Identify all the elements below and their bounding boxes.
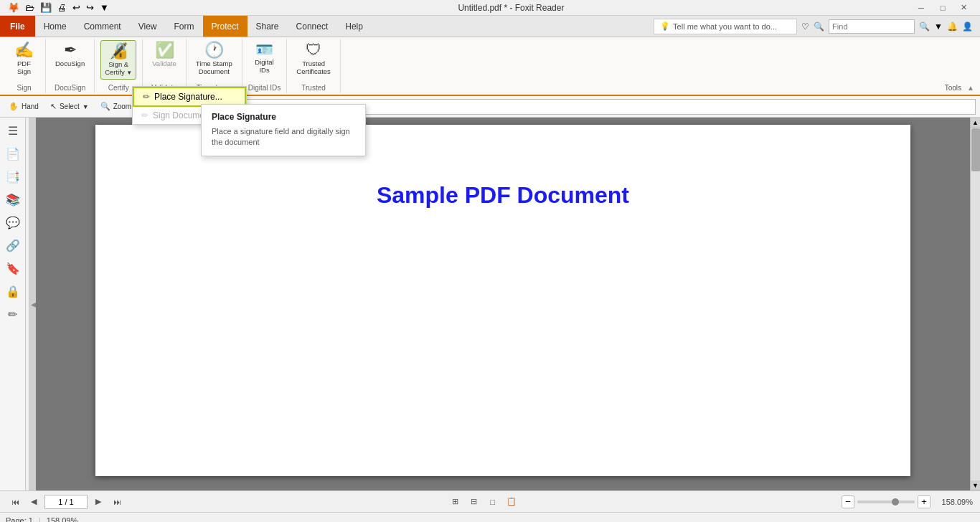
ribbon-group-trusted-certs: 🛡 TrustedCertificates Trusted: [287, 39, 341, 93]
trusted-certs-button[interactable]: 🛡 TrustedCertificates: [293, 40, 334, 78]
zoom-minus-button[interactable]: −: [842, 495, 854, 508]
search-icon[interactable]: 🔍: [919, 22, 930, 32]
fit-page-button[interactable]: ⊞: [448, 494, 463, 510]
trusted-certs-group-label: Trusted: [301, 82, 326, 92]
timestamp-label: Time StampDocument: [196, 60, 232, 76]
page-number-input[interactable]: [44, 495, 88, 509]
sidebar-nav-icon[interactable]: ☰: [3, 120, 23, 141]
bottom-nav: ⏮ ◀ ▶ ⏭ ⊞ ⊟ □ 📋 − + 158.09%: [0, 490, 980, 512]
close-button[interactable]: ✕: [954, 1, 974, 14]
ribbon-group-timestamp: 🕐 Time StampDocument Timestamp: [187, 39, 242, 93]
form-menu[interactable]: Form: [166, 16, 203, 37]
scroll-up-arrow[interactable]: ▲: [971, 118, 981, 128]
sidebar-page-thumb-icon[interactable]: 📄: [3, 143, 23, 163]
connect-menu[interactable]: Connect: [288, 16, 337, 37]
share-menu[interactable]: Share: [248, 16, 288, 37]
help-menu[interactable]: Help: [336, 16, 372, 37]
main-layout: ☰ 📄 📑 📚 💬 🔗 🔖 🔒 ✏ ◀ Sample PDF Document …: [0, 118, 980, 490]
next-page-button[interactable]: ▶: [90, 494, 106, 510]
redo-icon[interactable]: ↪: [84, 1, 96, 14]
sidebar-layers-icon[interactable]: 📚: [3, 189, 23, 209]
search-input[interactable]: [829, 19, 915, 34]
search-area: 💡 Tell me what you want to do... ♡ 🔍 🔍 ▼…: [654, 16, 980, 37]
view-menu[interactable]: View: [130, 16, 166, 37]
sidebar-attachments-icon[interactable]: 🔗: [3, 235, 23, 255]
zoom-icon: 🔍: [100, 102, 110, 111]
hand-icon: ✋: [9, 102, 19, 111]
digital-ids-button[interactable]: 🪪 DigitalIDs: [250, 40, 279, 77]
sign-certify-button[interactable]: 🔏 Sign &Certify ▼: [100, 40, 136, 80]
place-signature-icon: ✏: [143, 92, 150, 102]
title-bar: 🦊 🗁 💾 🖨 ↩ ↪ ▼ Untitled.pdf * - Foxit Rea…: [0, 0, 980, 16]
sign-document-icon: ✏: [141, 110, 149, 120]
sidebar-security-icon[interactable]: 🔒: [3, 281, 23, 301]
zoom-plus-button[interactable]: +: [918, 495, 930, 508]
docusign-group-label: DocuSign: [55, 82, 85, 92]
timestamp-button[interactable]: 🕐 Time StampDocument: [192, 40, 236, 78]
select-tool-button[interactable]: ↖ Select ▼: [46, 100, 93, 113]
new-icon[interactable]: 🗁: [23, 1, 37, 14]
favorites-icon[interactable]: ♡: [801, 22, 809, 32]
scroll-thumb[interactable]: [971, 128, 980, 171]
sidebar-comments-icon[interactable]: 💬: [3, 212, 23, 232]
ribbon-collapse-arrow[interactable]: ▲: [967, 84, 974, 92]
validate-button[interactable]: ✅ Validate: [149, 40, 180, 70]
home-menu[interactable]: Home: [35, 16, 75, 37]
protect-menu[interactable]: Protect: [203, 16, 248, 37]
document-page: Sample PDF Document: [95, 125, 910, 476]
print-icon[interactable]: 🖨: [55, 1, 69, 14]
maximize-button[interactable]: □: [933, 1, 953, 14]
zoom-slider-thumb[interactable]: [892, 498, 899, 506]
pdf-sign-button[interactable]: ✍ PDFSign: [10, 40, 39, 78]
docusign-button[interactable]: ✒ DocuSign: [52, 40, 88, 70]
sidebar-bookmarks-icon[interactable]: 📑: [3, 166, 23, 186]
zoom-slider[interactable]: [857, 500, 915, 503]
zoom-level-text: 158.09%: [933, 498, 973, 506]
sign-certify-icon: 🔏: [109, 43, 128, 59]
tooltip-title: Place Signature: [212, 112, 355, 122]
hand-tool-button[interactable]: ✋ Hand: [4, 100, 43, 113]
select-dropdown-icon[interactable]: ▼: [83, 103, 89, 110]
digital-ids-icon: 🪪: [255, 42, 273, 57]
digital-ids-label: DigitalIDs: [255, 58, 273, 75]
status-bar: Page: 1 | 158.09%: [0, 512, 980, 522]
scroll-down-arrow[interactable]: ▼: [971, 480, 981, 490]
fit-width-button[interactable]: ⊟: [466, 494, 482, 510]
prev-page-button[interactable]: ◀: [26, 494, 42, 510]
customize-icon[interactable]: ▼: [98, 1, 111, 14]
bottom-nav-left: ⏮ ◀ ▶ ⏭: [7, 494, 125, 510]
vertical-scrollbar[interactable]: ▲ ▼: [970, 118, 980, 490]
comment-menu[interactable]: Comment: [75, 16, 130, 37]
place-signature-label: Place Signature...: [154, 92, 222, 102]
bottom-nav-center: ⊞ ⊟ □ 📋: [448, 494, 519, 510]
cursor-icon: ↖: [50, 102, 57, 111]
tooltip-description: Place a signature field and digitally si…: [212, 126, 355, 148]
undo-icon[interactable]: ↩: [70, 1, 83, 14]
app-icon: 🦊: [6, 1, 22, 14]
account-icon[interactable]: 👤: [962, 22, 973, 32]
first-page-button[interactable]: ⏮: [7, 494, 23, 510]
ribbon-group-validate: ✅ Validate Validate: [143, 39, 187, 93]
notification-icon[interactable]: 🔔: [947, 22, 958, 32]
sidebar-sign-icon[interactable]: ✏: [3, 304, 23, 324]
file-menu[interactable]: File: [0, 16, 35, 37]
status-page-info: Page: 1: [6, 516, 33, 523]
pdf-sign-group-label: Sign: [17, 82, 31, 92]
ribbon-group-digital-ids: 🪪 DigitalIDs Digital IDs: [242, 39, 288, 93]
hand-label: Hand: [22, 103, 39, 110]
quick-access-toolbar[interactable]: 🦊 🗁 💾 🖨 ↩ ↪ ▼: [6, 1, 111, 14]
last-page-button[interactable]: ⏭: [109, 494, 125, 510]
docusign-label: DocuSign: [55, 60, 85, 67]
save-icon[interactable]: 💾: [38, 1, 54, 14]
trusted-certs-icon: 🛡: [306, 42, 321, 58]
search-open-icon[interactable]: 🔍: [814, 22, 824, 32]
actual-size-button[interactable]: □: [485, 494, 501, 510]
save-view-button[interactable]: 📋: [504, 494, 519, 510]
minimize-button[interactable]: ─: [911, 1, 931, 14]
window-controls[interactable]: ─ □ ✕: [911, 1, 974, 14]
sidebar-fields-icon[interactable]: 🔖: [3, 258, 23, 278]
search-options-icon[interactable]: ▼: [934, 22, 943, 32]
sign-certify-label: Sign &Certify ▼: [105, 60, 132, 77]
status-zoom: 158.09%: [47, 516, 77, 523]
tell-me-box[interactable]: 💡 Tell me what you want to do...: [654, 19, 797, 34]
